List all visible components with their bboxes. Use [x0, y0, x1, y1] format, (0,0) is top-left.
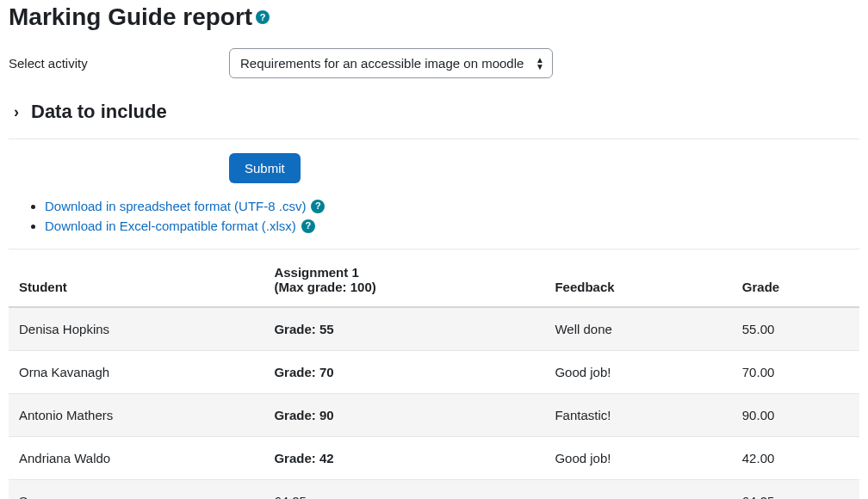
- activity-select[interactable]: Requirements for an accessible image on …: [229, 48, 553, 78]
- table-row: Antonio Mathers Grade: 90 Fantastic! 90.…: [9, 394, 859, 437]
- cell-feedback: Fantastic!: [544, 394, 731, 437]
- cell-assignment: Grade: 70: [264, 351, 544, 394]
- cell-student: Denisa Hopkins: [9, 307, 264, 351]
- chevron-right-icon: ›: [14, 103, 19, 121]
- activity-select-wrap: Requirements for an accessible image on …: [229, 48, 553, 78]
- report-table: Student Assignment 1 (Max grade: 100) Fe…: [9, 249, 859, 499]
- download-list: Download in spreadsheet format (UTF-8 .c…: [9, 199, 859, 233]
- download-csv-link[interactable]: Download in spreadsheet format (UTF-8 .c…: [45, 199, 306, 213]
- submit-button[interactable]: Submit: [229, 153, 301, 183]
- cell-student: Antonio Mathers: [9, 394, 264, 437]
- table-row: Denisa Hopkins Grade: 55 Well done 55.00: [9, 307, 859, 351]
- list-item: Download in spreadsheet format (UTF-8 .c…: [45, 199, 859, 213]
- activity-select-label: Select activity: [9, 56, 229, 71]
- cell-grade: 70.00: [732, 351, 859, 394]
- data-to-include-toggle[interactable]: › Data to include: [9, 101, 859, 123]
- help-icon[interactable]: ?: [301, 219, 315, 233]
- cell-assignment: Grade: 42: [264, 437, 544, 480]
- cell-student: Summary: [9, 480, 264, 500]
- col-header-student: Student: [9, 250, 264, 308]
- page-title-text: Marking Guide report: [9, 3, 252, 31]
- table-row-summary: Summary 64.25 64.25: [9, 480, 859, 500]
- cell-feedback: Good job!: [544, 351, 731, 394]
- col-header-assignment-line1: Assignment 1: [274, 265, 358, 280]
- cell-feedback: Well done: [544, 307, 731, 351]
- cell-grade: 64.25: [732, 480, 859, 500]
- cell-student: Orna Kavanagh: [9, 351, 264, 394]
- table-row: Andriana Waldo Grade: 42 Good job! 42.00: [9, 437, 859, 480]
- cell-feedback: [544, 480, 731, 500]
- cell-student: Andriana Waldo: [9, 437, 264, 480]
- section-rule: [9, 139, 859, 139]
- list-item: Download in Excel-compatible format (.xl…: [45, 219, 859, 233]
- cell-assignment: 64.25: [264, 480, 544, 500]
- col-header-assignment-line2: (Max grade: 100): [274, 280, 375, 294]
- page-title: Marking Guide report ?: [9, 3, 859, 31]
- col-header-feedback: Feedback: [544, 250, 731, 308]
- cell-assignment: Grade: 55: [264, 307, 544, 351]
- table-row: Orna Kavanagh Grade: 70 Good job! 70.00: [9, 351, 859, 394]
- col-header-assignment: Assignment 1 (Max grade: 100): [264, 250, 544, 308]
- cell-feedback: Good job!: [544, 437, 731, 480]
- help-icon[interactable]: ?: [311, 200, 325, 213]
- cell-grade: 42.00: [732, 437, 859, 480]
- data-to-include-heading: Data to include: [31, 101, 167, 123]
- activity-select-row: Select activity Requirements for an acce…: [9, 48, 859, 78]
- cell-assignment: Grade: 90: [264, 394, 544, 437]
- help-icon[interactable]: ?: [256, 10, 270, 24]
- submit-row: Submit: [9, 153, 859, 183]
- download-xlsx-link[interactable]: Download in Excel-compatible format (.xl…: [45, 219, 296, 233]
- cell-grade: 90.00: [732, 394, 859, 437]
- cell-grade: 55.00: [732, 307, 859, 351]
- col-header-grade: Grade: [732, 250, 859, 308]
